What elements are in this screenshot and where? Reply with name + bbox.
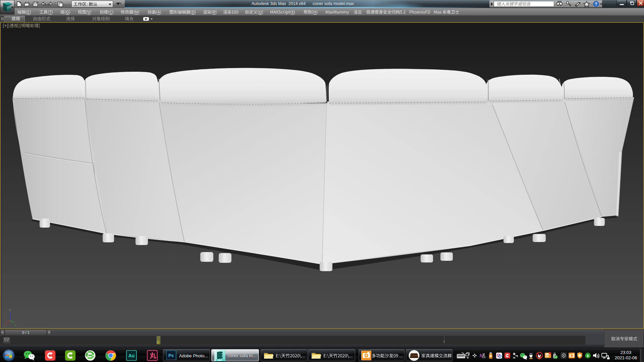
svg-text:MAX: MAX bbox=[217, 359, 222, 361]
svg-text:x: x bbox=[4, 323, 6, 326]
svg-text:Ps: Ps bbox=[168, 353, 174, 358]
svg-text:z: z bbox=[9, 308, 11, 312]
svg-text:e: e bbox=[587, 353, 589, 358]
svg-text:Au: Au bbox=[128, 353, 135, 358]
svg-text:y: y bbox=[15, 323, 16, 326]
